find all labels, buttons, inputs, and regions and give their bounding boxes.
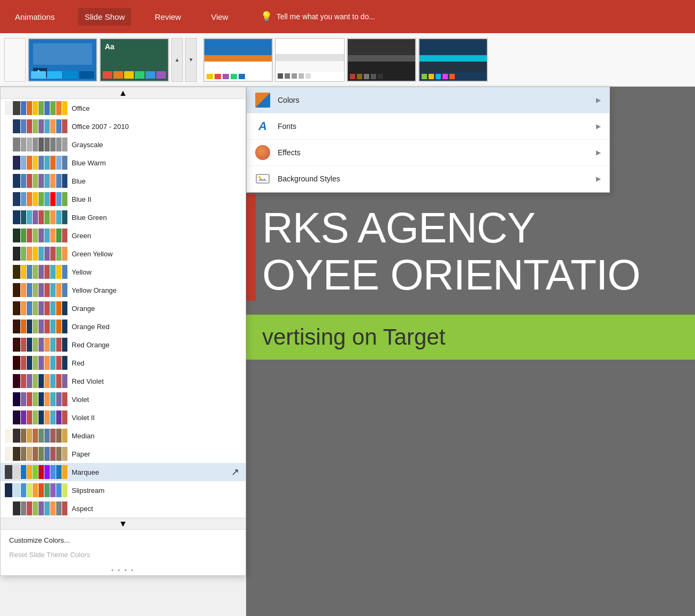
- color-theme-name: Aspect: [72, 505, 239, 513]
- color-row[interactable]: Blue: [1, 172, 246, 190]
- colors-icon-box: [255, 93, 270, 108]
- nav-view[interactable]: View: [204, 8, 234, 26]
- color-row[interactable]: Slipstream: [1, 481, 246, 499]
- themes-scroll-down[interactable]: ▼: [185, 38, 197, 82]
- themes-bar: Aa Aa ▲ ▼: [0, 33, 695, 87]
- color-row[interactable]: Violet: [1, 390, 246, 408]
- swatch: [33, 138, 38, 151]
- swatch: [5, 392, 12, 406]
- swatch: [56, 283, 62, 297]
- theme-thumb-small[interactable]: [4, 38, 26, 82]
- color-theme-name: Violet: [72, 396, 239, 404]
- color-theme-name: Red Orange: [72, 341, 239, 349]
- color-row[interactable]: Yellow: [1, 263, 246, 281]
- swatch: [62, 247, 67, 261]
- theme-option-3[interactable]: [347, 38, 416, 82]
- color-swatches: [5, 374, 67, 388]
- swatch: [5, 174, 12, 188]
- fonts-icon-box: A: [255, 119, 270, 134]
- swatch: [39, 465, 44, 479]
- color-row[interactable]: Red Orange: [1, 336, 246, 354]
- swatch: [50, 119, 56, 133]
- swatch: [44, 320, 50, 333]
- color-row[interactable]: Marquee↗: [1, 463, 246, 481]
- colors-menu-item-effects[interactable]: Effects ▶: [247, 140, 609, 166]
- color-row[interactable]: Orange Red: [1, 317, 246, 336]
- swatch: [33, 410, 38, 424]
- color-row[interactable]: Blue II: [1, 190, 246, 208]
- slide-title-line1: RKS AGENCY: [262, 204, 679, 252]
- color-row[interactable]: Green Yellow: [1, 245, 246, 263]
- scroll-down-button[interactable]: ▼: [1, 518, 246, 529]
- nav-review[interactable]: Review: [148, 8, 187, 26]
- swatch: [33, 101, 38, 115]
- swatch: [44, 247, 50, 261]
- swatch: [62, 283, 67, 297]
- swatch: [5, 101, 12, 115]
- color-row[interactable]: Grayscale: [1, 135, 246, 154]
- swatch: [13, 465, 20, 479]
- color-row[interactable]: Red: [1, 354, 246, 372]
- swatch: [13, 301, 20, 315]
- swatch: [13, 374, 20, 388]
- color-swatches: [5, 192, 67, 206]
- swatch: [56, 392, 62, 406]
- swatch: [39, 174, 44, 188]
- theme-thumb-teal[interactable]: Aa: [100, 38, 169, 82]
- color-row[interactable]: Median: [1, 427, 246, 445]
- scroll-up-button[interactable]: ▲: [1, 87, 246, 99]
- color-row[interactable]: Red Violet: [1, 372, 246, 390]
- nav-slideshow[interactable]: Slide Show: [78, 8, 131, 26]
- swatch: [5, 283, 12, 297]
- swatch: [21, 320, 26, 333]
- colors-menu-item-fonts[interactable]: A Fonts ▶: [247, 113, 609, 140]
- swatch: [62, 101, 67, 115]
- swatch: [21, 356, 26, 370]
- swatch: [5, 247, 12, 261]
- color-row[interactable]: Orange: [1, 299, 246, 317]
- color-themes-dropdown: ▲ OfficeOffice 2007 - 2010GrayscaleBlue …: [0, 87, 246, 576]
- color-swatches: [5, 338, 67, 352]
- swatch: [39, 447, 44, 461]
- swatch: [39, 247, 44, 261]
- swatch: [62, 320, 67, 333]
- color-row[interactable]: Office: [1, 99, 246, 117]
- color-row[interactable]: Green: [1, 226, 246, 245]
- color-row[interactable]: Violet II: [1, 408, 246, 427]
- slide-title: RKS AGENCY OYEE ORIENTATIO: [246, 194, 695, 309]
- themes-scroll-up[interactable]: ▲: [171, 38, 183, 82]
- colors-menu-item-background[interactable]: Background Styles ▶: [247, 166, 609, 192]
- reset-slide-theme-button[interactable]: Reset Slide Theme Colors: [7, 547, 239, 562]
- swatch: [44, 410, 50, 424]
- swatch: [13, 192, 20, 206]
- theme-option-4[interactable]: [418, 38, 488, 82]
- color-theme-name: Green: [72, 232, 239, 240]
- swatch: [13, 229, 20, 242]
- swatch: [44, 101, 50, 115]
- color-row[interactable]: Blue Warm: [1, 154, 246, 172]
- color-row[interactable]: Paper: [1, 445, 246, 463]
- color-swatches: [5, 174, 67, 188]
- color-theme-name: Office: [72, 104, 239, 112]
- svg-rect-0: [256, 174, 269, 183]
- theme-thumb-pattern[interactable]: Aa: [28, 38, 97, 82]
- customize-colors-button[interactable]: Customize Colors...: [7, 533, 239, 547]
- swatch: [39, 283, 44, 297]
- color-row[interactable]: Aspect: [1, 499, 246, 518]
- colors-menu-item-colors[interactable]: Colors ▶: [247, 87, 609, 113]
- nav-animations[interactable]: Animations: [9, 8, 61, 26]
- swatch: [44, 283, 50, 297]
- theme-option-1[interactable]: [203, 38, 273, 82]
- color-row[interactable]: Office 2007 - 2010: [1, 117, 246, 135]
- swatch: [50, 410, 56, 424]
- color-row[interactable]: Yellow Orange: [1, 281, 246, 299]
- swatch: [50, 301, 56, 315]
- color-row[interactable]: Blue Green: [1, 208, 246, 226]
- swatch: [44, 429, 50, 443]
- swatch: [27, 429, 32, 443]
- svg-point-1: [258, 176, 261, 178]
- swatch: [39, 483, 44, 497]
- swatch: [56, 338, 62, 352]
- swatch: [27, 210, 32, 224]
- theme-option-2[interactable]: [275, 38, 345, 82]
